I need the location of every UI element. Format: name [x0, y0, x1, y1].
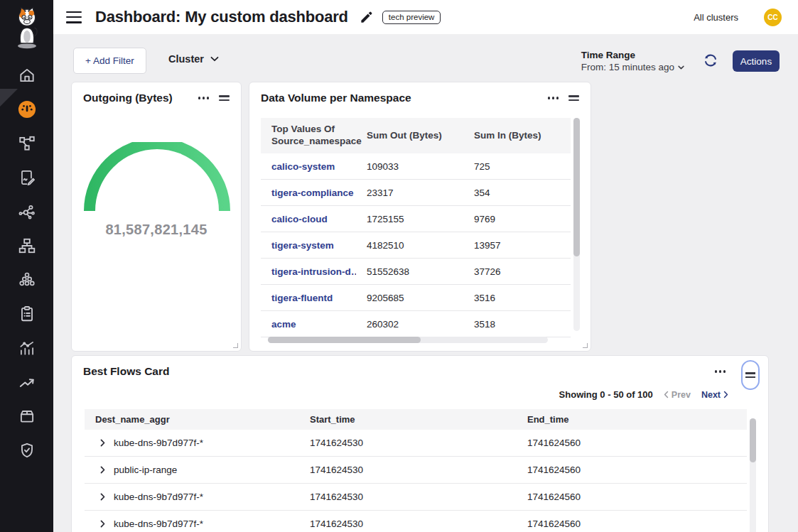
user-avatar[interactable]: CC — [764, 9, 782, 26]
edit-dashboard-pencil-icon[interactable] — [360, 11, 373, 24]
time-range-control: Time Range From: 15 minutes ago — [581, 50, 684, 72]
table-row: kube-dns-9b7d977f-* 1741624530 174162456… — [85, 484, 747, 511]
cluster-filter-label: Cluster — [168, 53, 204, 65]
sidebar-item-service-graph[interactable] — [17, 134, 37, 153]
sum-in-value: 13957 — [463, 240, 571, 251]
end-time: 1741624560 — [527, 465, 747, 475]
expand-row-chevron-icon[interactable] — [99, 466, 107, 474]
start-time: 1741624530 — [310, 465, 527, 475]
namespace-link[interactable]: acme — [261, 319, 356, 330]
cluster-nodes-icon — [18, 271, 36, 289]
sidebar-item-trends[interactable] — [17, 372, 37, 392]
flows-table: Dest_name_aggr Start_time End_time kube-… — [85, 409, 747, 532]
sum-out-value: 109033 — [356, 161, 463, 172]
table-row: acme 260302 3518 — [261, 311, 571, 337]
card-title: Best Flows Card — [83, 365, 169, 378]
next-page-button[interactable]: Next — [701, 390, 728, 400]
refresh-icon[interactable] — [703, 53, 718, 68]
vertical-scrollbar[interactable] — [573, 118, 580, 331]
add-filter-button[interactable]: + Add Filter — [73, 48, 146, 74]
card-drag-handle-icon[interactable] — [219, 93, 230, 102]
sum-out-value: 23317 — [356, 188, 463, 198]
card-drag-handle-focused[interactable] — [741, 360, 760, 390]
sidebar-item-dashboards[interactable] — [17, 99, 37, 119]
outgoing-bytes-card: Outgoing (Bytes) 81,587,821,145 — [71, 82, 242, 352]
sum-in-value: 3516 — [463, 293, 571, 303]
cluster-filter-dropdown[interactable]: Cluster — [168, 53, 219, 65]
sidebar-item-reports[interactable] — [17, 168, 37, 188]
namespace-link[interactable]: tigera-system — [261, 240, 356, 251]
expand-row-chevron-icon[interactable] — [99, 439, 107, 447]
calico-cat-logo[interactable] — [12, 4, 42, 51]
sum-out-value: 9205685 — [356, 293, 463, 303]
card-menu-icon[interactable] — [198, 94, 209, 102]
dest-name: kube-dns-9b7d977f-* — [114, 519, 203, 529]
sitemap-icon — [18, 237, 36, 255]
sum-in-value: 37726 — [463, 266, 571, 277]
data-volume-namespace-card: Data Volume per Namespace Top Values Of … — [249, 82, 591, 352]
clipboard-list-icon — [18, 305, 36, 323]
dest-name: kube-dns-9b7d977f-* — [114, 492, 203, 502]
tech-preview-badge: tech preview — [382, 11, 441, 24]
pagination: Showing 0 - 50 of 100 Prev Next — [559, 389, 728, 400]
sidebar — [0, 0, 53, 532]
home-icon — [18, 66, 36, 85]
cluster-scope-selector[interactable]: All clusters — [694, 12, 738, 23]
table-row: tigera-compliance 23317 354 — [261, 180, 571, 206]
end-time: 1741624560 — [527, 438, 747, 448]
sidebar-item-nodes[interactable] — [17, 270, 37, 290]
start-time: 1741624530 — [310, 519, 527, 529]
namespace-link[interactable]: calico-cloud — [261, 214, 356, 224]
card-resize-handle[interactable] — [233, 343, 238, 348]
namespace-link[interactable]: calico-system — [261, 161, 356, 172]
table-row: tigera-intrusion-d… 51552638 37726 — [261, 259, 571, 285]
card-resize-handle[interactable] — [583, 343, 588, 348]
time-range-value-dropdown[interactable]: From: 15 minutes ago — [581, 62, 684, 72]
column-header: Sum Out (Bytes) — [356, 130, 463, 142]
sidebar-item-policies[interactable] — [17, 236, 37, 256]
page-title: Dashboard: My custom dashboard — [95, 8, 348, 26]
card-menu-icon[interactable] — [715, 367, 726, 375]
namespace-link[interactable]: tigera-intrusion-d… — [261, 266, 356, 277]
sidebar-item-statistics[interactable] — [17, 338, 37, 358]
gauge-value: 81,587,821,145 — [72, 222, 241, 238]
sum-out-value: 260302 — [356, 319, 463, 330]
sidebar-item-workloads[interactable] — [17, 406, 37, 426]
sum-out-value: 51552638 — [356, 266, 463, 277]
top-header: Dashboard: My custom dashboard tech prev… — [53, 0, 798, 34]
bar-stats-icon — [18, 339, 36, 357]
vertical-scrollbar[interactable] — [750, 418, 756, 532]
horizontal-scrollbar[interactable] — [268, 337, 548, 343]
prev-page-button[interactable]: Prev — [664, 390, 691, 400]
table-header-row: Dest_name_aggr Start_time End_time — [85, 409, 747, 430]
column-header: Top Values Of Source_namespace — [261, 124, 356, 148]
main-content: + Add Filter Cluster Time Range From: 15… — [53, 34, 798, 532]
card-title: Data Volume per Namespace — [261, 92, 411, 104]
column-header: Dest_name_aggr — [85, 414, 310, 425]
expand-row-chevron-icon[interactable] — [99, 493, 107, 501]
package-icon — [18, 407, 36, 425]
sidebar-item-compliance[interactable] — [17, 304, 37, 324]
actions-button[interactable]: Actions — [733, 50, 780, 72]
namespace-link[interactable]: tigera-fluentd — [261, 293, 356, 303]
sum-in-value: 9769 — [463, 214, 571, 224]
column-header: Start_time — [310, 414, 527, 425]
chevron-down-icon — [210, 56, 219, 62]
start-time: 1741624530 — [310, 492, 527, 502]
end-time: 1741624560 — [527, 492, 747, 502]
sum-out-value: 1725155 — [356, 214, 463, 224]
card-menu-icon[interactable] — [548, 94, 559, 102]
dest-name: public-ip-range — [114, 465, 177, 475]
expand-row-chevron-icon[interactable] — [99, 520, 107, 528]
column-header: Sum In (Bytes) — [463, 130, 571, 142]
graph-hub-icon — [18, 202, 36, 221]
time-range-label: Time Range — [581, 50, 684, 60]
hamburger-menu-icon[interactable] — [66, 11, 82, 23]
sidebar-item-flow-visualizer[interactable] — [17, 202, 37, 222]
gauge-chart — [83, 142, 231, 213]
namespace-table: Top Values Of Source_namespace Sum Out (… — [261, 118, 571, 337]
namespace-link[interactable]: tigera-compliance — [261, 188, 356, 198]
sidebar-item-threat-defense[interactable] — [17, 440, 37, 460]
sidebar-item-home[interactable] — [17, 65, 37, 85]
card-drag-handle-icon[interactable] — [568, 93, 579, 102]
